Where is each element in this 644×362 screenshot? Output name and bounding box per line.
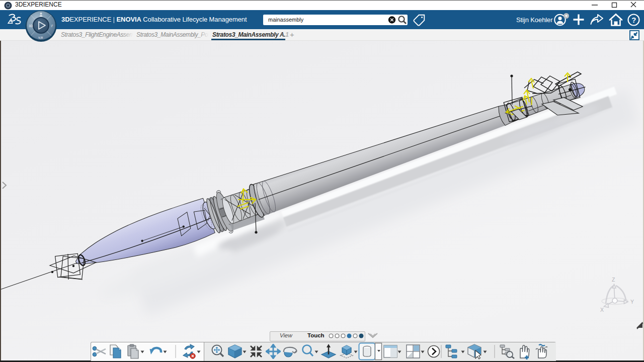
svg-text:Z: Z — [612, 277, 615, 283]
svg-text:?: ? — [631, 16, 636, 24]
svg-text:3D: 3D — [29, 24, 33, 28]
svg-text:X: X — [600, 307, 604, 313]
svg-text:Y: Y — [630, 299, 634, 305]
svg-text:V,R: V,R — [38, 36, 43, 39]
svg-text:i': i' — [51, 24, 53, 28]
